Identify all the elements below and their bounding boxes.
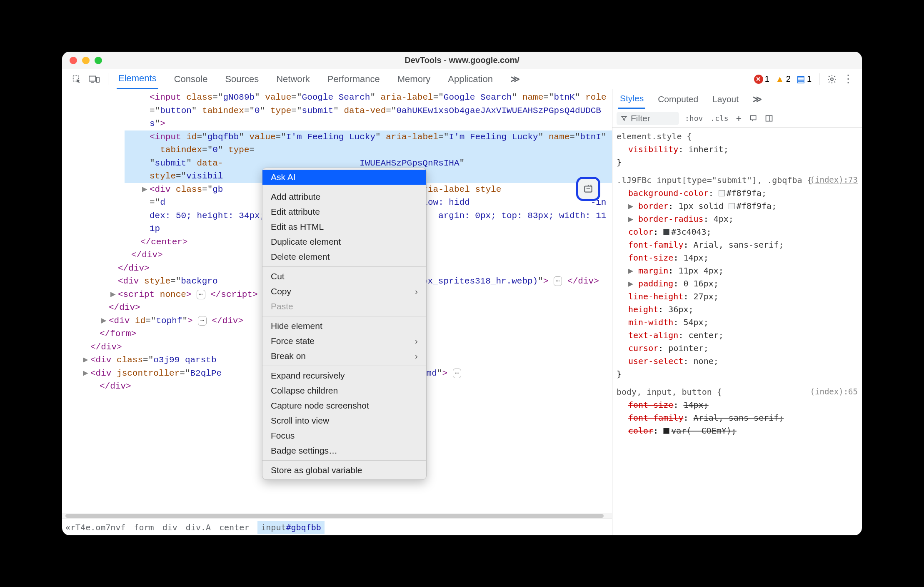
- devtools-window: DevTools - www.google.com/ Elements Cons…: [62, 52, 862, 535]
- traffic-lights: [70, 57, 102, 64]
- dom-node[interactable]: <input class="gNO89b" value="Google Sear…: [125, 91, 612, 130]
- device-icon[interactable]: [89, 75, 100, 84]
- css-property[interactable]: font-size: 14px;: [617, 399, 858, 411]
- crumb[interactable]: «rT4e.om7nvf: [65, 522, 126, 532]
- css-property[interactable]: user-select: none;: [617, 355, 858, 368]
- toggle-sidebar-icon[interactable]: [763, 114, 775, 123]
- tabs-overflow[interactable]: ≫: [509, 70, 522, 89]
- rule-source-link[interactable]: (index):73: [810, 174, 858, 186]
- menu-item-hide-element[interactable]: Hide element: [262, 319, 426, 334]
- window-title: DevTools - www.google.com/: [405, 55, 519, 65]
- css-property[interactable]: ▶ border: 1px solid #f8f9fa;: [617, 200, 858, 213]
- css-rule[interactable]: element.style {visibility: inherit;}: [617, 130, 858, 169]
- tab-sources[interactable]: Sources: [223, 70, 260, 89]
- horizontal-scrollbar[interactable]: [62, 513, 612, 519]
- css-property[interactable]: font-family: Arial, sans-serif;: [617, 411, 858, 424]
- menu-item-focus[interactable]: Focus: [262, 428, 426, 443]
- css-property[interactable]: visibility: inherit;: [617, 143, 858, 156]
- menu-item-edit-attribute[interactable]: Edit attribute: [262, 204, 426, 219]
- menu-separator: [262, 460, 426, 461]
- css-property[interactable]: color: #3c4043;: [617, 226, 858, 238]
- messages-badge[interactable]: ▤1: [797, 74, 812, 85]
- svg-rect-5: [750, 115, 756, 120]
- errors-count: 1: [765, 74, 769, 84]
- menu-item-badge-settings-[interactable]: Badge settings…: [262, 443, 426, 458]
- menu-separator: [262, 366, 426, 366]
- ask-ai-button[interactable]: [576, 177, 600, 201]
- tab-elements[interactable]: Elements: [117, 69, 158, 89]
- brush-icon[interactable]: [747, 114, 759, 123]
- maximize-icon[interactable]: [95, 57, 102, 64]
- menu-item-break-on[interactable]: Break on›: [262, 349, 426, 364]
- menu-item-duplicate-element[interactable]: Duplicate element: [262, 234, 426, 249]
- hov-button[interactable]: :hov: [683, 114, 704, 123]
- crumb[interactable]: center: [219, 522, 249, 532]
- crumb[interactable]: div.A: [186, 522, 211, 532]
- menu-item-force-state[interactable]: Force state›: [262, 334, 426, 349]
- new-rule-icon[interactable]: +: [734, 113, 743, 123]
- css-property[interactable]: background-color: #f8f9fa;: [617, 187, 858, 200]
- menu-item-expand-recursively[interactable]: Expand recursively: [262, 368, 426, 383]
- styles-filter-input[interactable]: Filter: [617, 112, 679, 125]
- inspect-icon[interactable]: [72, 75, 81, 84]
- css-property[interactable]: line-height: 27px;: [617, 290, 858, 303]
- menu-separator: [262, 266, 426, 267]
- breadcrumb: «rT4e.om7nvf form div div.A center input…: [62, 519, 612, 535]
- menu-item-add-attribute[interactable]: Add attribute: [262, 189, 426, 204]
- menu-item-delete-element[interactable]: Delete element: [262, 249, 426, 264]
- divider: [108, 73, 108, 85]
- cls-button[interactable]: .cls: [709, 114, 730, 123]
- menu-item-scroll-into-view[interactable]: Scroll into view: [262, 413, 426, 428]
- tab-layout[interactable]: Layout: [711, 90, 740, 108]
- svg-rect-6: [766, 115, 772, 121]
- messages-count: 1: [807, 74, 812, 84]
- css-property[interactable]: text-align: center;: [617, 329, 858, 342]
- tab-memory[interactable]: Memory: [396, 70, 432, 89]
- tab-console[interactable]: Console: [172, 70, 210, 89]
- gear-icon[interactable]: [827, 74, 837, 84]
- menu-item-paste: Paste: [262, 299, 426, 314]
- warnings-badge[interactable]: ▲2: [775, 74, 791, 85]
- css-property[interactable]: ▶ margin: 11px 4px;: [617, 264, 858, 277]
- css-property[interactable]: height: 36px;: [617, 303, 858, 316]
- crumb-active[interactable]: input#gbqfbb: [257, 521, 325, 534]
- divider: [819, 73, 819, 85]
- crumb[interactable]: div: [162, 522, 177, 532]
- more-icon[interactable]: ⋮: [843, 73, 854, 85]
- warnings-count: 2: [786, 74, 791, 84]
- svg-point-3: [831, 78, 833, 80]
- css-rule[interactable]: (index):65body, input, button {font-size…: [617, 386, 858, 437]
- css-property[interactable]: font-family: Arial, sans-serif;: [617, 238, 858, 251]
- styles-tabs-overflow[interactable]: ≫: [751, 90, 764, 108]
- css-property[interactable]: min-width: 54px;: [617, 316, 858, 329]
- tab-computed[interactable]: Computed: [656, 90, 700, 108]
- rule-source-link[interactable]: (index):65: [810, 386, 858, 398]
- errors-badge[interactable]: ✕1: [754, 74, 769, 84]
- css-property[interactable]: font-size: 14px;: [617, 251, 858, 264]
- tab-application[interactable]: Application: [446, 70, 494, 89]
- css-property[interactable]: ▶ border-radius: 4px;: [617, 213, 858, 226]
- filter-placeholder: Filter: [631, 113, 650, 123]
- tab-performance[interactable]: Performance: [326, 70, 382, 89]
- menu-item-collapse-children[interactable]: Collapse children: [262, 383, 426, 398]
- styles-rules[interactable]: element.style {visibility: inherit;}(ind…: [612, 128, 862, 535]
- tab-styles[interactable]: Styles: [618, 89, 645, 109]
- css-property[interactable]: ▶ padding: 0 16px;: [617, 277, 858, 290]
- css-rule[interactable]: (index):73.lJ9FBc input[type="submit"], …: [617, 174, 858, 381]
- minimize-icon[interactable]: [82, 57, 90, 64]
- main-toolbar: Elements Console Sources Network Perform…: [62, 69, 862, 89]
- css-property[interactable]: cursor: pointer;: [617, 342, 858, 355]
- menu-item-cut[interactable]: Cut: [262, 269, 426, 284]
- tab-network[interactable]: Network: [275, 70, 312, 89]
- svg-rect-2: [97, 77, 100, 82]
- crumb[interactable]: form: [134, 522, 154, 532]
- menu-item-ask-ai[interactable]: Ask AI: [262, 170, 426, 185]
- menu-item-edit-as-html[interactable]: Edit as HTML: [262, 219, 426, 234]
- menu-item-store-as-global-variable[interactable]: Store as global variable: [262, 463, 426, 478]
- css-property[interactable]: color: var(--COEmY);: [617, 424, 858, 437]
- chevron-right-icon: ›: [415, 351, 418, 361]
- menu-item-capture-node-screenshot[interactable]: Capture node screenshot: [262, 398, 426, 413]
- menu-item-copy[interactable]: Copy›: [262, 284, 426, 299]
- close-icon[interactable]: [70, 57, 77, 64]
- titlebar: DevTools - www.google.com/: [62, 52, 862, 69]
